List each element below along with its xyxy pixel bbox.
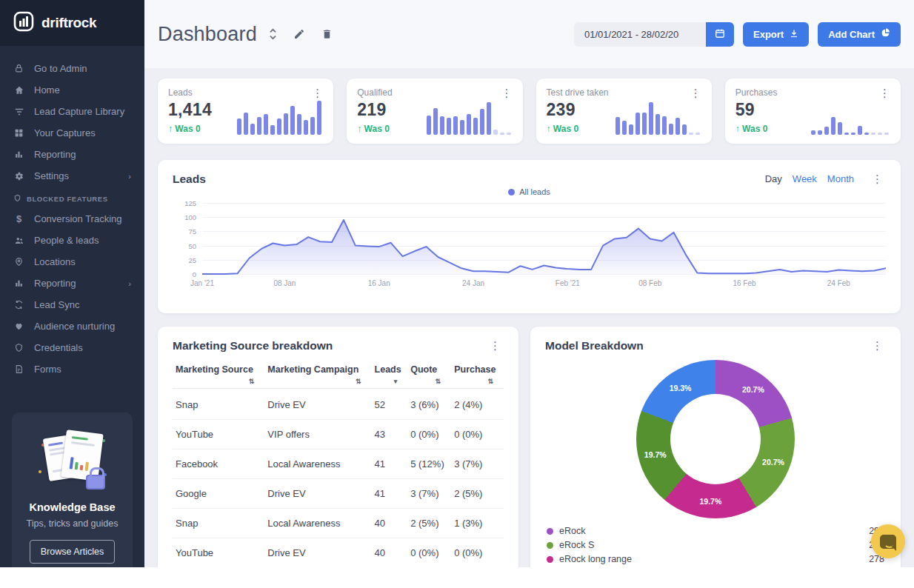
bar-chart-icon bbox=[13, 149, 24, 160]
topbar: Dashboard bbox=[144, 0, 914, 68]
sidebar-item-label: Lead Capture Library bbox=[34, 106, 124, 117]
column-header-purchase[interactable]: Purchase⇅ bbox=[451, 358, 504, 389]
sidebar-item-audience-nurturing[interactable]: Audience nurturing bbox=[0, 315, 144, 337]
table-kebab-menu-icon[interactable]: ⋮ bbox=[487, 338, 504, 353]
range-tab-week[interactable]: Week bbox=[793, 173, 817, 184]
kpi-card-qualified: Qualified219↑ Was 0⋮ bbox=[347, 78, 522, 144]
people-icon bbox=[13, 235, 24, 246]
knowledge-base-title: Knowledge Base bbox=[21, 501, 124, 513]
gear-icon bbox=[13, 170, 24, 181]
edit-dashboard-icon[interactable] bbox=[293, 28, 305, 40]
shield-icon bbox=[13, 342, 24, 353]
column-header-quote[interactable]: Quote⇅ bbox=[407, 358, 451, 389]
sidebar-item-lead-sync[interactable]: Lead Sync bbox=[0, 294, 144, 315]
slice-percent-label: 20.7% bbox=[762, 458, 784, 467]
browse-articles-button[interactable]: Browse Articles bbox=[30, 540, 115, 564]
slice-percent-label: 20.7% bbox=[742, 385, 764, 394]
sidebar-item-go-to-admin[interactable]: Go to Admin bbox=[0, 58, 144, 79]
table-row: YouTubeVIP offers430 (0%)0 (0%) bbox=[173, 420, 504, 450]
logo-wordmark: driftrock bbox=[41, 15, 96, 31]
slice-percent-label: 19.3% bbox=[670, 384, 692, 392]
y-axis-labels: 1251007550250 bbox=[173, 201, 202, 276]
lock-icon bbox=[13, 63, 24, 74]
x-tick-label: 16 Jan bbox=[368, 279, 390, 287]
x-tick-label: 24 Jan bbox=[462, 279, 484, 287]
column-header-marketing-source[interactable]: Marketing Source⇅ bbox=[173, 358, 264, 389]
sidebar-item-forms[interactable]: Forms bbox=[0, 358, 144, 380]
sidebar-item-home[interactable]: Home bbox=[0, 79, 144, 101]
bar-chart-icon bbox=[13, 278, 24, 289]
chat-bubble-icon bbox=[880, 535, 896, 549]
donut-kebab-menu-icon[interactable]: ⋮ bbox=[869, 338, 886, 353]
range-tab-month[interactable]: Month bbox=[827, 173, 854, 184]
kpi-card-purchases: Purchases59↑ Was 0⋮ bbox=[725, 78, 901, 144]
sidebar-item-conversion-tracking[interactable]: $Conversion Tracking bbox=[0, 208, 144, 230]
dashboard-content: Leads1,414↑ Was 0⋮Qualified219↑ Was 0⋮Te… bbox=[144, 68, 914, 567]
legend-item-rock-hatch[interactable]: Rock Hatch278 bbox=[545, 567, 886, 567]
legend-item-erock-s[interactable]: eRock S293 bbox=[545, 538, 886, 552]
window-bottom-margin bbox=[0, 567, 914, 588]
kpi-label: Leads bbox=[168, 87, 323, 98]
sidebar-item-label: Forms bbox=[34, 364, 61, 375]
date-range-input[interactable] bbox=[574, 22, 706, 47]
app-window: driftrock Go to AdminHomeLead Capture Li… bbox=[0, 0, 914, 567]
pie-chart-icon bbox=[881, 28, 890, 40]
sort-icon[interactable]: ▾ bbox=[375, 378, 405, 385]
kpi-label: Test drive taken bbox=[547, 87, 701, 98]
main-area: Dashboard bbox=[144, 0, 914, 567]
x-tick-label: Jan '21 bbox=[190, 279, 214, 287]
sidebar-item-reporting[interactable]: Reporting› bbox=[0, 273, 144, 294]
driftrock-logo-icon bbox=[13, 11, 34, 35]
dashboard-selector-icon[interactable] bbox=[269, 28, 277, 40]
sidebar-item-label: Home bbox=[34, 84, 60, 96]
knowledge-base-subtitle: Tips, tricks and guides bbox=[21, 518, 124, 529]
leads-kebab-menu-icon[interactable]: ⋮ bbox=[869, 172, 886, 186]
range-tab-day[interactable]: Day bbox=[765, 173, 782, 184]
sidebar-item-locations[interactable]: Locations bbox=[0, 251, 144, 273]
sort-icon[interactable]: ⇅ bbox=[454, 378, 501, 385]
all-leads-legend-dot bbox=[508, 189, 515, 196]
legend-dot bbox=[547, 528, 553, 535]
legend-item-erock-long-range[interactable]: eRock long range278 bbox=[545, 552, 886, 567]
blocked-features-section: BLOCKED FEATURES bbox=[0, 187, 144, 208]
sidebar-item-label: Settings bbox=[34, 170, 69, 181]
sidebar-item-reporting[interactable]: Reporting bbox=[0, 144, 144, 165]
sidebar-item-label: Reporting bbox=[34, 278, 76, 289]
sort-icon[interactable]: ⇅ bbox=[176, 378, 261, 385]
leads-area-chart bbox=[202, 201, 886, 276]
delete-dashboard-icon[interactable] bbox=[321, 28, 333, 40]
legend-item-erock[interactable]: eRock293 bbox=[545, 524, 886, 538]
model-breakdown-donut: 20.7%20.7%19.7%19.7%19.3% bbox=[636, 360, 795, 518]
page-title: Dashboard bbox=[158, 23, 257, 46]
column-header-marketing-campaign[interactable]: Marketing Campaign⇅ bbox=[264, 358, 371, 389]
kpi-sparkline bbox=[427, 98, 511, 135]
sidebar-item-your-captures[interactable]: Your Captures bbox=[0, 122, 144, 144]
sidebar-item-settings[interactable]: Settings› bbox=[0, 165, 144, 187]
model-breakdown-card: Model Breakdown ⋮ 20.7%20.7%19.7%19.7%19… bbox=[530, 327, 901, 567]
marketing-source-title: Marketing Source breakdown bbox=[173, 339, 333, 353]
sidebar-item-people-leads[interactable]: People & leads bbox=[0, 230, 144, 251]
calendar-button[interactable] bbox=[706, 22, 734, 47]
dollar-icon: $ bbox=[13, 213, 24, 224]
table-row: SnapLocal Awareness402 (5%)1 (3%) bbox=[173, 509, 504, 538]
knowledge-base-card: Knowledge Base Tips, tricks and guides B… bbox=[12, 412, 133, 567]
kpi-card-leads: Leads1,414↑ Was 0⋮ bbox=[158, 78, 333, 144]
slice-percent-label: 19.7% bbox=[644, 450, 667, 459]
model-breakdown-title: Model Breakdown bbox=[545, 339, 644, 353]
chat-widget-button[interactable] bbox=[871, 524, 905, 558]
sidebar-nav: Go to AdminHomeLead Capture LibraryYour … bbox=[0, 46, 144, 380]
export-button[interactable]: Export bbox=[743, 22, 809, 47]
sort-icon[interactable]: ⇅ bbox=[410, 378, 448, 385]
chart-legend: All leads bbox=[173, 187, 886, 196]
add-chart-button[interactable]: Add Chart bbox=[818, 22, 901, 47]
sort-icon[interactable]: ⇅ bbox=[267, 378, 368, 385]
knowledge-base-illustration bbox=[37, 427, 108, 491]
sidebar-item-lead-capture-library[interactable]: Lead Capture Library bbox=[0, 101, 144, 122]
sidebar-item-credentials[interactable]: Credentials bbox=[0, 337, 144, 358]
sidebar-item-label: Locations bbox=[34, 256, 76, 267]
logo[interactable]: driftrock bbox=[0, 0, 144, 46]
home-icon bbox=[13, 84, 24, 96]
kpi-row: Leads1,414↑ Was 0⋮Qualified219↑ Was 0⋮Te… bbox=[158, 78, 901, 144]
x-tick-label: Feb '21 bbox=[556, 279, 580, 287]
column-header-leads[interactable]: Leads▾ bbox=[372, 358, 408, 389]
